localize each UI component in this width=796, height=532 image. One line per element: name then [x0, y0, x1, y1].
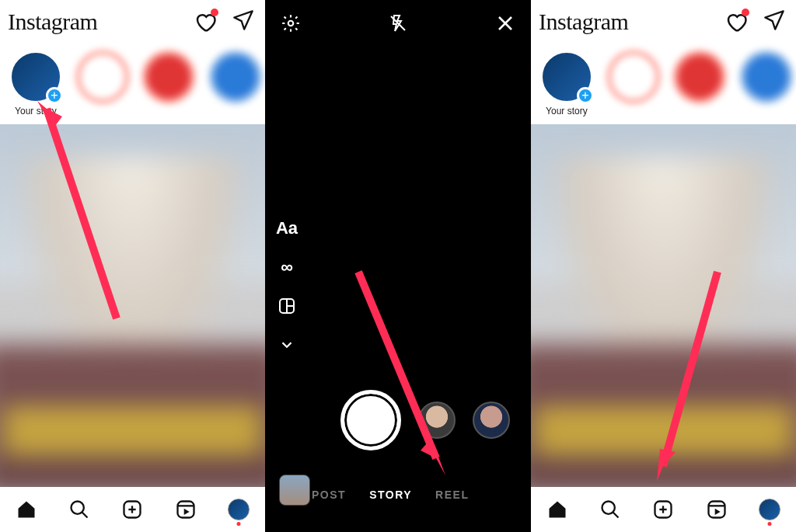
- nav-notif-dot: [767, 522, 771, 526]
- story-item[interactable]: [73, 51, 132, 116]
- svg-point-18: [602, 502, 615, 514]
- add-story-plus-icon: +: [46, 87, 63, 104]
- svg-point-9: [288, 21, 294, 26]
- camera-tool-column: Aa ∞: [276, 217, 298, 356]
- settings-gear-icon[interactable]: [279, 12, 302, 35]
- close-icon[interactable]: [494, 12, 517, 35]
- boomerang-tool-icon[interactable]: ∞: [276, 256, 298, 278]
- nav-profile-avatar[interactable]: [758, 498, 781, 521]
- story-tray: + Your story: [531, 43, 796, 124]
- shutter-button[interactable]: [340, 390, 401, 450]
- story-item[interactable]: [206, 51, 265, 116]
- svg-point-0: [72, 502, 84, 514]
- svg-line-19: [613, 513, 619, 518]
- camera-mode-selector[interactable]: POST STORY REEL: [265, 489, 531, 501]
- expand-tools-chevron-icon[interactable]: [276, 334, 298, 356]
- nav-reels-icon[interactable]: [174, 498, 197, 521]
- story-item[interactable]: [140, 51, 199, 116]
- app-header: Instagram: [531, 0, 796, 43]
- nav-notif-dot: [236, 522, 240, 526]
- your-story-label: Your story: [537, 106, 596, 116]
- app-header: Instagram: [0, 0, 265, 43]
- bottom-nav: [531, 487, 796, 532]
- text-tool-icon[interactable]: Aa: [276, 217, 298, 239]
- svg-line-1: [82, 513, 88, 518]
- nav-reels-icon[interactable]: [705, 498, 728, 521]
- instagram-logo: Instagram: [8, 9, 97, 35]
- notification-dot: [742, 9, 749, 16]
- mode-story[interactable]: STORY: [369, 489, 412, 501]
- shutter-row: [265, 386, 531, 454]
- direct-message-icon[interactable]: [763, 9, 785, 34]
- instagram-logo: Instagram: [539, 9, 628, 35]
- add-story-plus-icon: +: [577, 87, 594, 104]
- mode-post[interactable]: POST: [312, 489, 346, 501]
- svg-rect-5: [177, 502, 194, 518]
- layout-tool-icon[interactable]: [276, 295, 298, 317]
- panel-camera: Aa ∞ POST STORY REEL: [265, 0, 531, 532]
- filter-bubble[interactable]: [473, 402, 510, 439]
- nav-home-icon[interactable]: [15, 498, 38, 521]
- nav-newpost-icon[interactable]: [120, 498, 144, 521]
- bottom-nav: [0, 487, 265, 532]
- your-story[interactable]: + Your story: [6, 51, 65, 116]
- svg-rect-23: [708, 502, 724, 518]
- nav-search-icon[interactable]: [599, 498, 622, 521]
- your-story-label: Your story: [6, 106, 65, 116]
- story-tray: + Your story: [0, 43, 265, 124]
- story-item[interactable]: [737, 51, 796, 116]
- panel-feed-left: Instagram + Your story: [0, 0, 265, 532]
- nav-newpost-icon[interactable]: [651, 498, 675, 521]
- activity-icon[interactable]: [194, 10, 217, 33]
- activity-icon[interactable]: [724, 10, 748, 33]
- notification-dot: [211, 9, 218, 16]
- flash-off-icon[interactable]: [386, 12, 410, 35]
- story-item[interactable]: [671, 51, 730, 116]
- camera-top-bar: [265, 0, 531, 47]
- triptych: Instagram + Your story: [0, 0, 796, 532]
- panel-feed-right: Instagram + Your story: [531, 0, 796, 532]
- story-item[interactable]: [604, 51, 663, 116]
- direct-message-icon[interactable]: [232, 9, 254, 34]
- mode-reel[interactable]: REEL: [435, 489, 469, 501]
- nav-home-icon[interactable]: [546, 498, 569, 521]
- nav-profile-avatar[interactable]: [227, 498, 250, 521]
- your-story[interactable]: + Your story: [537, 51, 596, 116]
- nav-search-icon[interactable]: [68, 498, 91, 521]
- filter-bubble[interactable]: [418, 402, 456, 439]
